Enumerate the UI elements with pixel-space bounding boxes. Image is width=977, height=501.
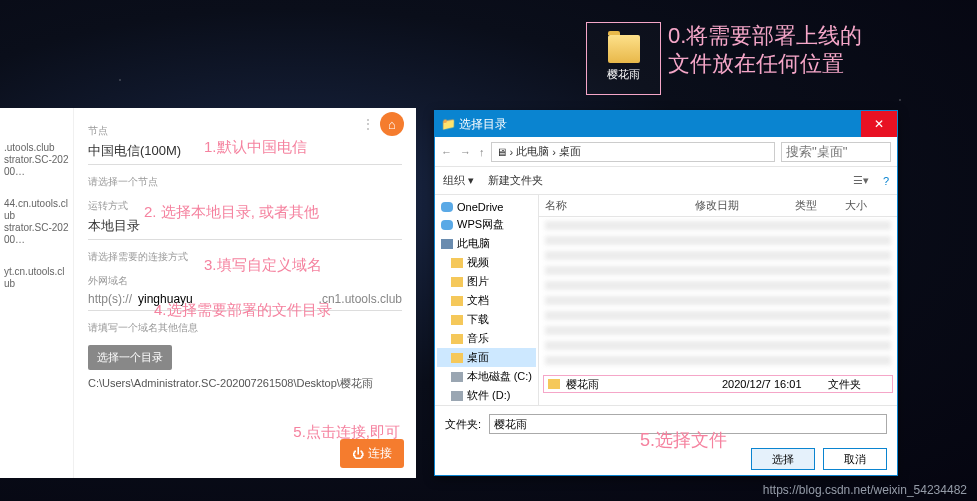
connect-button[interactable]: ⏻ 连接 xyxy=(340,439,404,468)
utools-panel: .utools.clubstrator.SC-20200… 44.cn.utoo… xyxy=(0,108,416,478)
tree-node[interactable]: 图片 xyxy=(437,272,536,291)
cloud-icon xyxy=(441,220,453,230)
app-icon: 📁 xyxy=(441,117,456,131)
selected-row[interactable]: 樱花雨 2020/12/7 16:01 文件夹 xyxy=(543,375,893,393)
home-icon[interactable]: ⌂ xyxy=(380,112,404,136)
folder-tree[interactable]: OneDriveWPS网盘此电脑视频图片文档下载音乐桌面本地磁盘 (C:)软件 … xyxy=(435,195,539,405)
selected-path: C:\Users\Administrator.SC-202007261508\D… xyxy=(88,376,402,391)
fold-icon xyxy=(451,296,463,306)
newfolder-button[interactable]: 新建文件夹 xyxy=(488,173,543,188)
fold-icon xyxy=(451,353,463,363)
site-sidebar: .utools.clubstrator.SC-20200… 44.cn.utoo… xyxy=(0,108,74,478)
pc-icon xyxy=(441,239,453,249)
fwd-icon[interactable]: → xyxy=(460,146,471,158)
list-header[interactable]: 名称 修改日期 类型 大小 xyxy=(539,195,897,217)
cancel-button[interactable]: 取消 xyxy=(823,448,887,470)
window-title: 选择目录 xyxy=(459,116,507,133)
breadcrumb[interactable]: 🖥 ›此电脑 ›桌面 xyxy=(491,142,776,162)
blurred-rows xyxy=(545,217,891,365)
disk-icon xyxy=(451,372,463,382)
titlebar[interactable]: 📁 选择目录 ✕ xyxy=(435,111,897,137)
domain-group-label: 外网域名 xyxy=(88,274,402,288)
back-icon[interactable]: ← xyxy=(441,146,452,158)
power-icon: ⏻ xyxy=(352,447,364,461)
mode-label: 运转方式 xyxy=(88,199,402,213)
watermark: https://blog.csdn.net/weixin_54234482 xyxy=(763,483,967,497)
tree-node[interactable]: WPS网盘 xyxy=(437,215,536,234)
close-icon[interactable]: ✕ xyxy=(861,111,897,137)
pc-icon: 🖥 xyxy=(496,146,507,158)
folder-icon xyxy=(608,35,640,63)
form-area: ⋮ ⌂ 节点 中国电信(100M) 1.默认中国电信 请选择一个节点 运转方式 … xyxy=(74,108,416,478)
tree-node[interactable]: 音乐 xyxy=(437,329,536,348)
conn-label: 请选择需要的连接方式 xyxy=(88,250,402,264)
net-label: 节点 xyxy=(88,124,402,138)
folder-icon xyxy=(548,379,560,389)
nav-bar: ← → ↑ 🖥 ›此电脑 ›桌面 xyxy=(435,137,897,167)
search-input[interactable] xyxy=(781,142,891,162)
tree-node[interactable]: 视频 xyxy=(437,253,536,272)
tree-node[interactable]: OneDrive xyxy=(437,199,536,215)
ok-button[interactable]: 选择 xyxy=(751,448,815,470)
domain-suffix: .cn1.utools.club xyxy=(319,292,402,310)
domain-row: http(s):// .cn1.utools.club xyxy=(88,288,402,311)
file-browser: 📁 选择目录 ✕ ← → ↑ 🖥 ›此电脑 ›桌面 组织 ▾ 新建文件夹 ☰▾ … xyxy=(434,110,898,476)
tree-node[interactable]: 此电脑 xyxy=(437,234,536,253)
more-icon[interactable]: ⋮ xyxy=(361,116,374,132)
fold-icon xyxy=(451,315,463,325)
connect-label: 连接 xyxy=(368,445,392,462)
net-select[interactable]: 中国电信(100M) xyxy=(88,138,402,165)
fold-icon xyxy=(451,258,463,268)
fold-icon xyxy=(451,334,463,344)
folder-field-label: 文件夹: xyxy=(445,417,481,432)
sidebar-site[interactable]: yt.cn.utools.club xyxy=(0,264,73,292)
domain-input[interactable] xyxy=(138,288,313,310)
sidebar-site[interactable]: .utools.clubstrator.SC-20200… xyxy=(0,140,73,180)
desktop-folder[interactable]: 樱花雨 xyxy=(586,22,661,95)
tree-node[interactable]: 下载 xyxy=(437,310,536,329)
tree-node[interactable]: 文档 xyxy=(437,291,536,310)
folder-field-row: 文件夹: xyxy=(435,405,897,442)
domain-prefix: http(s):// xyxy=(88,292,132,310)
organize-menu[interactable]: 组织 ▾ xyxy=(443,173,474,188)
file-list[interactable]: 名称 修改日期 类型 大小 樱花雨 2020/12/7 16:01 文件夹 xyxy=(539,195,897,405)
sidebar-site[interactable]: 44.cn.utools.clubstrator.SC-20200… xyxy=(0,196,73,248)
view-icon[interactable]: ☰▾ xyxy=(853,174,869,187)
tree-node[interactable]: 桌面 xyxy=(437,348,536,367)
net-hint: 请选择一个节点 xyxy=(88,175,402,189)
tree-node[interactable]: 软件 (D:) xyxy=(437,386,536,405)
folder-label: 樱花雨 xyxy=(607,67,640,82)
fold-icon xyxy=(451,277,463,287)
mode-select[interactable]: 本地目录 xyxy=(88,213,402,240)
toolbar: 组织 ▾ 新建文件夹 ☰▾ ? xyxy=(435,167,897,195)
folder-field[interactable] xyxy=(489,414,887,434)
disk-icon xyxy=(451,391,463,401)
tree-node[interactable]: 本地磁盘 (C:) xyxy=(437,367,536,386)
help-icon[interactable]: ? xyxy=(883,175,889,187)
domain-hint: 请填写一个域名其他信息 xyxy=(88,321,402,335)
annotation-step0: 0.将需要部署上线的 文件放在任何位置 xyxy=(668,22,862,77)
up-icon[interactable]: ↑ xyxy=(479,146,485,158)
pick-dir-button[interactable]: 选择一个目录 xyxy=(88,345,172,370)
cloud-icon xyxy=(441,202,453,212)
